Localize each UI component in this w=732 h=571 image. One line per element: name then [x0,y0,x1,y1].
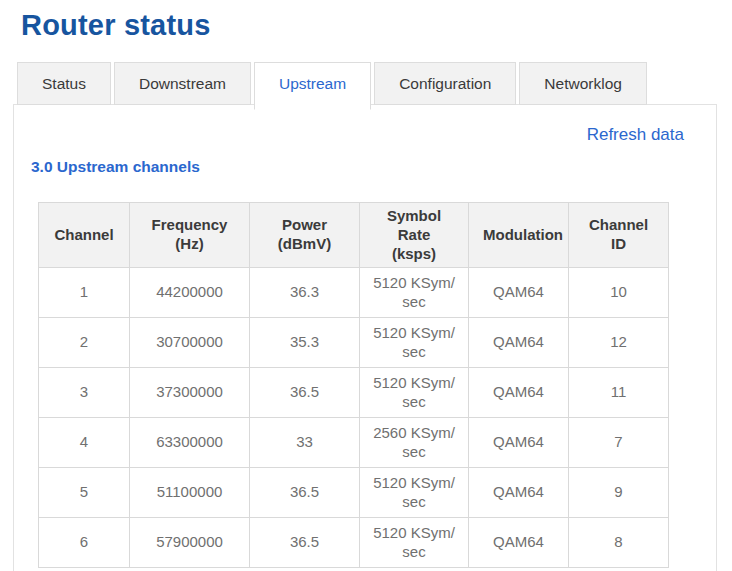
cell-frequency: 51100000 [130,468,250,518]
cell-power: 36.3 [250,268,360,318]
cell-channel-id: 8 [569,518,669,568]
cell-frequency: 30700000 [130,318,250,368]
header-channel-id: Channel ID [569,203,669,268]
cell-channel: 6 [39,518,130,568]
cell-modulation: QAM64 [469,368,569,418]
cell-power: 36.5 [250,518,360,568]
cell-symbol-rate: 5120 KSym/sec [360,268,469,318]
cell-channel: 2 [39,318,130,368]
table-row: 5 51100000 36.5 5120 KSym/sec QAM64 9 [39,468,669,518]
cell-channel: 5 [39,468,130,518]
cell-power: 36.5 [250,468,360,518]
table-header-row: Channel Frequency (Hz) Power (dBmV) Symb… [39,203,669,268]
cell-channel-id: 9 [569,468,669,518]
cell-modulation: QAM64 [469,468,569,518]
cell-frequency: 63300000 [130,418,250,468]
tab-content-panel: Refresh data 3.0 Upstream channels Chann… [13,104,717,571]
cell-power: 33 [250,418,360,468]
page-title: Router status [0,0,732,42]
tab-downstream[interactable]: Downstream [114,62,251,105]
cell-symbol-rate: 2560 KSym/sec [360,418,469,468]
cell-symbol-rate: 5120 KSym/sec [360,468,469,518]
cell-power: 36.5 [250,368,360,418]
cell-modulation: QAM64 [469,518,569,568]
upstream-channels-table: Channel Frequency (Hz) Power (dBmV) Symb… [38,202,669,568]
cell-frequency: 57900000 [130,518,250,568]
cell-channel-id: 10 [569,268,669,318]
table-row: 4 63300000 33 2560 KSym/sec QAM64 7 [39,418,669,468]
cell-channel-id: 7 [569,418,669,468]
cell-channel-id: 12 [569,318,669,368]
header-frequency: Frequency (Hz) [130,203,250,268]
refresh-data-link[interactable]: Refresh data [587,125,684,144]
table-row: 1 44200000 36.3 5120 KSym/sec QAM64 10 [39,268,669,318]
table-row: 6 57900000 36.5 5120 KSym/sec QAM64 8 [39,518,669,568]
tab-networklog[interactable]: Networklog [519,62,647,105]
cell-modulation: QAM64 [469,418,569,468]
table-row: 3 37300000 36.5 5120 KSym/sec QAM64 11 [39,368,669,418]
tab-configuration[interactable]: Configuration [374,62,516,105]
router-status-page: Router status Status Downstream Upstream… [0,0,732,571]
cell-channel: 4 [39,418,130,468]
refresh-row: Refresh data [38,105,692,145]
cell-symbol-rate: 5120 KSym/sec [360,368,469,418]
cell-modulation: QAM64 [469,318,569,368]
header-modulation: Modulation [469,203,569,268]
tab-status[interactable]: Status [17,62,111,105]
section-title-upstream-channels: 3.0 Upstream channels [31,158,692,176]
cell-channel: 3 [39,368,130,418]
cell-power: 35.3 [250,318,360,368]
cell-frequency: 44200000 [130,268,250,318]
header-channel: Channel [39,203,130,268]
cell-channel-id: 11 [569,368,669,418]
cell-symbol-rate: 5120 KSym/sec [360,518,469,568]
table-row: 2 30700000 35.3 5120 KSym/sec QAM64 12 [39,318,669,368]
header-symbol-rate: Symbol Rate (ksps) [360,203,469,268]
cell-frequency: 37300000 [130,368,250,418]
header-power: Power (dBmV) [250,203,360,268]
tab-upstream[interactable]: Upstream [254,62,371,110]
cell-modulation: QAM64 [469,268,569,318]
cell-symbol-rate: 5120 KSym/sec [360,318,469,368]
tab-bar: Status Downstream Upstream Configuration… [17,62,650,110]
cell-channel: 1 [39,268,130,318]
